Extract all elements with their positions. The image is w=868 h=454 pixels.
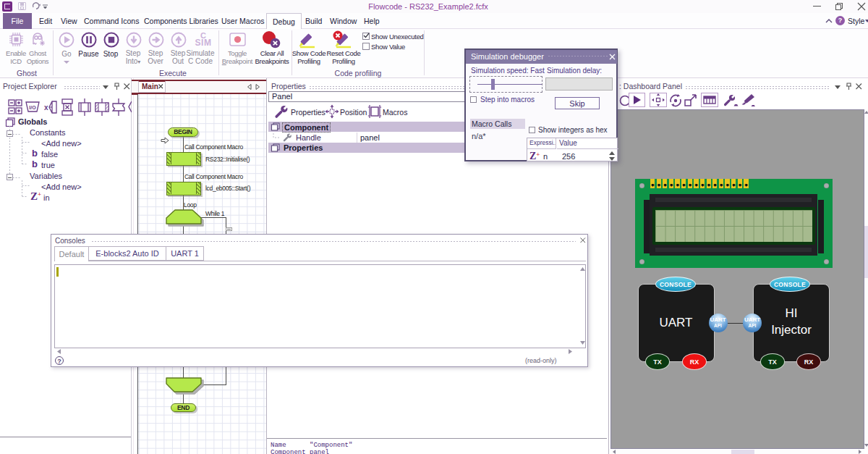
svg-text:I/O: I/O: [29, 105, 36, 110]
svg-text:x: x: [44, 104, 48, 112]
